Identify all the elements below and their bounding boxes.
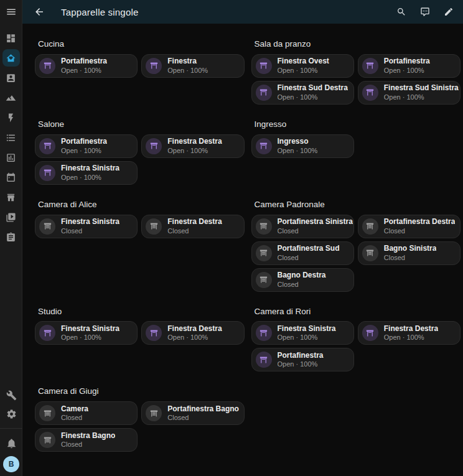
shutter-open-icon[interactable] bbox=[256, 325, 272, 341]
dashboard-section: Camera di Rori Finestra Sinistra Open · … bbox=[251, 307, 461, 372]
cover-tile-card[interactable]: Finestra Open · 100% bbox=[141, 54, 244, 78]
shutter-closed-icon[interactable] bbox=[39, 432, 55, 448]
clipboard-list-icon bbox=[2, 228, 20, 246]
sidebar-item-developer-tools[interactable] bbox=[0, 386, 22, 404]
media-play-icon bbox=[2, 208, 20, 226]
cover-tile-card[interactable]: Finestra Sinistra Open · 100% bbox=[35, 321, 138, 345]
shutter-open-icon[interactable] bbox=[39, 58, 55, 74]
cover-tile-card[interactable]: Portafinestra Bagno Closed bbox=[141, 401, 244, 425]
back-button[interactable] bbox=[32, 4, 47, 19]
shutter-open-icon[interactable] bbox=[362, 58, 378, 74]
shutter-closed-icon[interactable] bbox=[39, 405, 55, 421]
section-title: Studio bbox=[38, 307, 245, 317]
cover-tile-card[interactable]: Portafinestra Open · 100% bbox=[358, 54, 461, 78]
shutter-closed-icon[interactable] bbox=[256, 272, 272, 288]
section-title: Camera di Giugi bbox=[38, 387, 245, 396]
edit-button[interactable] bbox=[442, 5, 456, 19]
search-button[interactable] bbox=[395, 5, 408, 19]
menu-icon bbox=[6, 6, 17, 17]
menu-button[interactable] bbox=[0, 0, 22, 24]
store-icon bbox=[2, 189, 20, 206]
shutter-open-icon[interactable] bbox=[39, 165, 55, 181]
entity-name: Ingresso bbox=[278, 138, 318, 146]
cover-tile-card[interactable]: Finestra Destra Open · 100% bbox=[358, 321, 461, 345]
entity-status: Closed bbox=[61, 227, 119, 235]
shutter-closed-icon[interactable] bbox=[146, 218, 162, 235]
cover-tile-card[interactable]: Ingresso Open · 100% bbox=[251, 134, 354, 158]
cover-tile-card[interactable]: Portafinestra Open · 100% bbox=[251, 348, 354, 371]
shutter-open-icon[interactable] bbox=[256, 58, 272, 74]
shutter-open-icon[interactable] bbox=[362, 85, 378, 101]
sidebar-item-settings[interactable] bbox=[0, 404, 22, 423]
card-text: Finestra Destra Open · 100% bbox=[167, 325, 222, 342]
cover-tile-card[interactable]: Finestra Ovest Open · 100% bbox=[251, 54, 354, 78]
cover-tile-card[interactable]: Finestra Sinistra Open · 100% bbox=[251, 321, 354, 345]
sidebar-item-media[interactable] bbox=[0, 207, 22, 227]
cover-tile-card[interactable]: Portafinestra Destra Closed bbox=[358, 215, 461, 238]
cover-tile-card[interactable]: Finestra Sinistra Open · 100% bbox=[35, 161, 138, 185]
entity-status: Closed bbox=[278, 281, 326, 289]
sidebar-bottom: B bbox=[0, 386, 22, 472]
sidebar-item-dashboards[interactable] bbox=[0, 28, 22, 48]
shutter-closed-icon[interactable] bbox=[256, 245, 272, 261]
entity-name: Portafinestra bbox=[278, 352, 324, 360]
sidebar-item-map[interactable] bbox=[0, 88, 22, 108]
cover-tile-card[interactable]: Finestra Destra Closed bbox=[141, 215, 244, 238]
sidebar-item-todo[interactable] bbox=[0, 227, 22, 247]
section-cards: Finestra Sinistra Open · 100% Finestra D… bbox=[35, 321, 245, 345]
lightning-icon bbox=[2, 109, 20, 126]
shutter-closed-icon[interactable] bbox=[362, 245, 378, 261]
gear-icon bbox=[2, 405, 20, 422]
section-cards: Finestra Sinistra Closed Finestra Destra… bbox=[35, 215, 245, 238]
entity-status: Closed bbox=[61, 441, 115, 449]
sections-grid: Cucina Portafinestra Open · 100% Finestr… bbox=[35, 40, 461, 452]
cover-tile-card[interactable]: Bagno Sinistra Closed bbox=[358, 241, 461, 265]
shutter-open-icon[interactable] bbox=[39, 138, 55, 154]
card-text: Finestra Destra Closed bbox=[167, 218, 222, 235]
cover-tile-card[interactable]: Finestra Sud Sinistra Open · 100% bbox=[358, 81, 461, 105]
sidebar-item-person[interactable] bbox=[0, 68, 22, 88]
sidebar-item-logbook[interactable] bbox=[0, 128, 22, 147]
sidebar-item-store[interactable] bbox=[0, 187, 22, 207]
shutter-open-icon[interactable] bbox=[256, 352, 272, 368]
cover-tile-card[interactable]: Bagno Destra Closed bbox=[251, 268, 354, 292]
entity-name: Finestra Sinistra bbox=[61, 164, 119, 173]
shutter-open-icon[interactable] bbox=[256, 85, 272, 101]
entity-status: Open · 100% bbox=[384, 67, 430, 75]
cover-tile-card[interactable]: Finestra Destra Open · 100% bbox=[141, 321, 244, 345]
cover-tile-card[interactable]: Portafinestra Sud Closed bbox=[251, 241, 354, 265]
sidebar-item-calendar[interactable] bbox=[0, 167, 22, 187]
entity-status: Open · 100% bbox=[278, 334, 336, 342]
shutter-closed-icon[interactable] bbox=[146, 405, 162, 421]
cover-tile-card[interactable]: Finestra Bagno Closed bbox=[35, 428, 138, 452]
sidebar-item-notifications[interactable] bbox=[0, 434, 22, 452]
cover-tile-card[interactable]: Finestra Sud Destra Open · 100% bbox=[251, 81, 354, 105]
assist-button[interactable] bbox=[418, 5, 432, 19]
shutter-closed-icon[interactable] bbox=[39, 218, 55, 235]
dashboards-icon bbox=[2, 29, 20, 47]
user-avatar[interactable]: B bbox=[3, 456, 19, 472]
shutter-open-icon[interactable] bbox=[146, 138, 162, 154]
shutter-closed-icon[interactable] bbox=[256, 218, 272, 235]
section-title: Sala da pranzo bbox=[255, 40, 461, 49]
entity-name: Portafinestra Sud bbox=[278, 245, 340, 253]
cover-tile-card[interactable]: Camera Closed bbox=[35, 401, 138, 425]
cover-tile-card[interactable]: Finestra Destra Open · 100% bbox=[141, 134, 244, 158]
card-text: Camera Closed bbox=[61, 405, 88, 422]
shutter-open-icon[interactable] bbox=[256, 138, 272, 154]
shutter-open-icon[interactable] bbox=[146, 58, 162, 74]
entity-status: Open · 100% bbox=[167, 67, 208, 75]
pencil-icon bbox=[444, 7, 454, 17]
shutter-closed-icon[interactable] bbox=[362, 218, 378, 235]
cover-tile-card[interactable]: Portafinestra Sinistra Closed bbox=[251, 215, 354, 238]
shutter-open-icon[interactable] bbox=[362, 325, 378, 341]
shutter-open-icon[interactable] bbox=[39, 325, 55, 341]
sidebar-item-energy[interactable] bbox=[0, 108, 22, 128]
shutter-open-icon[interactable] bbox=[146, 325, 162, 341]
sidebar-item-home[interactable] bbox=[0, 48, 22, 68]
entity-name: Finestra Destra bbox=[167, 138, 222, 146]
cover-tile-card[interactable]: Portafinestra Open · 100% bbox=[35, 134, 138, 158]
cover-tile-card[interactable]: Portafinestra Open · 100% bbox=[35, 54, 138, 78]
cover-tile-card[interactable]: Finestra Sinistra Closed bbox=[35, 215, 138, 238]
sidebar-item-history[interactable] bbox=[0, 147, 22, 167]
